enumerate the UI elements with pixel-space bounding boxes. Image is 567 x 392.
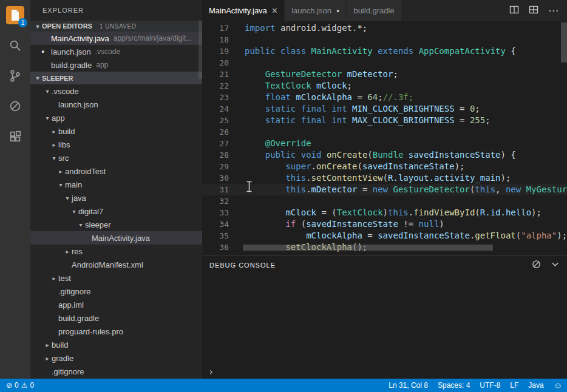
panel-title[interactable]: DEBUG CONSOLE [209,262,276,269]
tree-item-gradle[interactable]: ▸gradle [30,351,202,365]
code-token: super [285,161,311,171]
item-label: .gitignore [58,287,90,296]
warning-icon: ⚠ [21,381,28,390]
tree-item-build[interactable]: ▸build [30,338,202,351]
code-token: this [285,173,306,183]
line-number: 24 [202,103,229,115]
tree-item-src[interactable]: ▾src [30,151,202,164]
status-indentation[interactable]: Spaces: 4 [433,381,475,390]
tab-strip: MainActivity.java×launch.json●build.grad… [202,0,402,21]
horizontal-scrollbar[interactable] [243,245,493,251]
tree-item-build-gradle[interactable]: build.gradle [30,378,202,379]
code-token: ); [531,208,542,217]
tree-item-mainactivity-java[interactable]: MainActivity.java [30,231,202,245]
sidebar-explorer: EXPLORER ▾ OPEN EDITORS 1 UNSAVED MainAc… [30,0,202,379]
split-editor-icon[interactable] [509,5,519,17]
tab-launch-json[interactable]: launch.json● [285,0,347,21]
search-icon[interactable] [0,30,30,61]
tab-mainactivity-java[interactable]: MainActivity.java× [202,0,285,21]
file-path: .vscode [95,47,202,56]
code-line-21: 21 GestureDetector mDetector; [202,69,567,80]
code-token: this [285,184,306,194]
explorer-icon[interactable]: 1 [0,0,30,30]
chevron-right-icon: ▸ [50,128,58,135]
code-token [311,81,316,90]
file-name: MainActivity.java [51,34,109,43]
item-label: app.iml [58,300,84,309]
tree-item-test[interactable]: ▸test [30,271,202,285]
code-token: = [352,92,367,102]
code-token: TextClock [337,208,383,217]
open-editor-build-gradle[interactable]: build.gradleapp [30,58,202,72]
item-label: libs [58,140,70,149]
code-token: ; [378,92,382,102]
code-token: { [506,46,516,56]
chevron-down-icon: ▾ [56,181,65,188]
status-cursor-position[interactable]: Ln 31, Col 8 [384,381,433,390]
tree-item-launch-json[interactable]: launch.json [30,98,202,111]
item-label: build [58,127,75,136]
code-text: @Override [229,138,311,149]
vertical-scrollbar[interactable] [561,22,567,63]
tree-item-app[interactable]: ▾app [30,111,202,124]
tree-item-sleeper[interactable]: ▾sleeper [30,218,202,231]
folder-section-header[interactable]: ▾ SLEEPER [30,72,202,84]
open-editor-mainactivity-java[interactable]: MainActivity.javaapp/src/main/java/digit… [30,32,202,45]
tree-item-gitignore[interactable]: .gitignore [30,365,202,378]
tree-item-gitignore[interactable]: .gitignore [30,285,202,298]
status-language-mode[interactable]: Java [523,381,548,390]
extensions-icon[interactable] [0,121,30,152]
code-token [413,46,418,56]
clear-console-icon[interactable] [532,260,541,271]
status-eol[interactable]: LF [505,381,523,390]
code-text: public void onCreate(Bundle savedInstanc… [229,149,516,161]
open-editor-launch-json[interactable]: ●launch.json.vscode [30,45,202,58]
code-token: ; [347,81,352,90]
tab-label: build.gradle [353,6,394,15]
console-output [202,274,567,365]
feedback-smiley-icon[interactable]: ☺ [549,380,567,390]
code-token: mClock [285,208,316,217]
code-text: if (savedInstanceState != null) [229,218,444,230]
tree-item-proguard-rules-pro[interactable]: proguard-rules.pro [30,325,202,338]
code-token: . [311,161,316,171]
tree-item-main[interactable]: ▾main [30,178,202,191]
tree-item-build-gradle[interactable]: build.gradle [30,311,202,325]
status-encoding[interactable]: UTF-8 [475,381,505,390]
tree-item-res[interactable]: ▸res [30,245,202,258]
code-line-31: 31 this.mDetector = new GestureDetector(… [202,184,567,195]
console-input[interactable]: › [202,365,567,379]
item-label: build.gradle [58,314,99,323]
tree-item-vscode[interactable]: ▾.vscode [30,84,202,98]
tree-item-java[interactable]: ▾java [30,191,202,204]
item-label: src [58,154,69,163]
line-number: 34 [202,218,229,230]
code-token: = [357,184,372,194]
line-number: 27 [202,138,229,149]
layout-icon[interactable] [529,5,538,17]
tab-build-gradle[interactable]: build.gradle [347,0,401,21]
more-actions-icon[interactable]: ⋯ [548,5,559,16]
chevron-down-icon: ▾ [43,115,52,121]
tree-item-digital7[interactable]: ▾digital7 [30,204,202,218]
debug-icon[interactable] [0,91,30,121]
code-token: @Override [265,138,311,148]
tree-item-libs[interactable]: ▸libs [30,138,202,151]
tree-item-androidtest[interactable]: ▸androidTest [30,164,202,178]
code-token: setContentView [311,173,383,183]
collapse-panel-icon[interactable] [551,260,560,271]
open-editors-header[interactable]: ▾ OPEN EDITORS 1 UNSAVED [30,21,202,32]
item-label: .vscode [52,87,79,96]
tree-item-app-iml[interactable]: app.iml [30,298,202,311]
unsaved-count-badge: 1 [18,18,27,27]
problems-indicator[interactable]: ⊘ 0 ⚠ 0 [0,381,34,390]
close-icon[interactable]: × [272,6,277,16]
code-token: ( [296,219,306,229]
code-text: mClock = (TextClock)this.findViewById(R.… [229,207,542,218]
tree-item-androidmanifest-xml[interactable]: AndroidManifest.xml [30,258,202,271]
code-editor[interactable]: 17import android.widget.*;1819public cla… [202,21,567,255]
chevron-right-icon: ▸ [43,355,52,362]
source-control-icon[interactable] [0,61,30,91]
tree-item-build[interactable]: ▸build [30,124,202,138]
activity-bar: 1 [0,0,30,379]
